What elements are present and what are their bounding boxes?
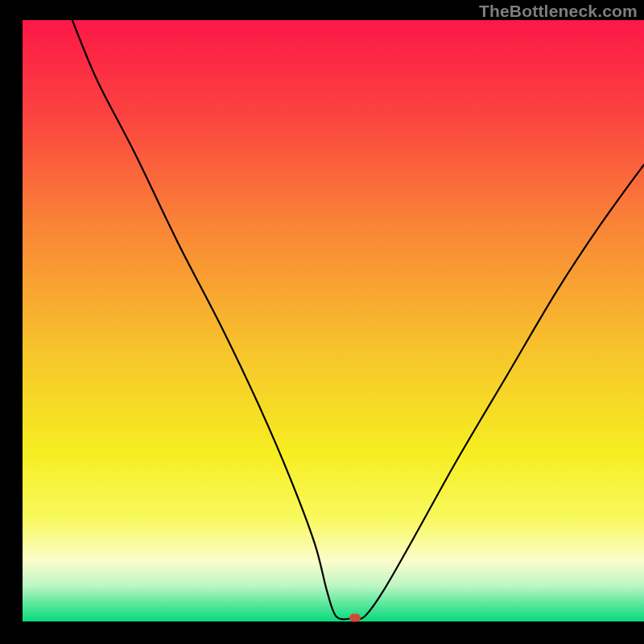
bottleneck-curve-chart [0, 0, 644, 644]
optimal-point-marker [349, 614, 361, 622]
gradient-background [23, 20, 644, 621]
chart-frame: TheBottleneck.com [0, 0, 644, 644]
watermark-text: TheBottleneck.com [479, 2, 638, 21]
